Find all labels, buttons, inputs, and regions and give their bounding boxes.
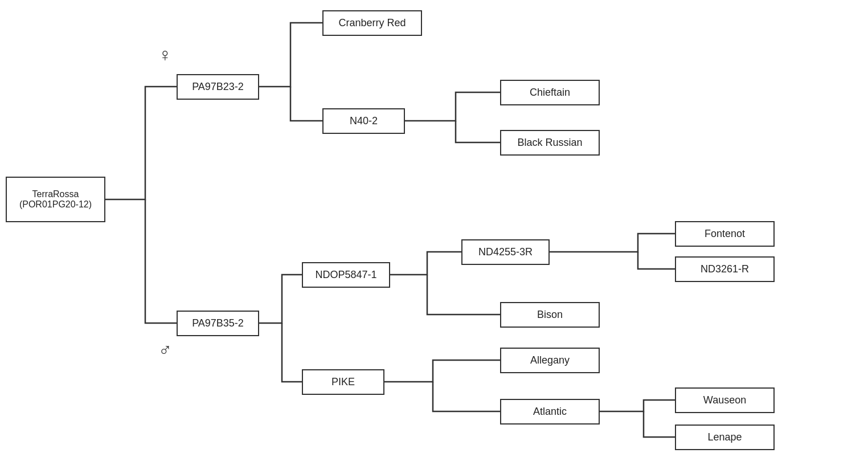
male-symbol: ♂ [158, 340, 172, 361]
atlantic-node: Atlantic [500, 399, 600, 425]
female-symbol: ♀ [158, 44, 172, 66]
pa97b23-2-node: PA97B23-2 [177, 74, 259, 100]
nd4255-3r-node: ND4255-3R [461, 239, 550, 265]
fontenot-node: Fontenot [675, 221, 775, 247]
wauseon-node: Wauseon [675, 387, 775, 413]
terra-rossa-node: TerraRossa(POR01PG20-12) [6, 177, 105, 222]
lenape-node: Lenape [675, 425, 775, 450]
pa97b35-2-node: PA97B35-2 [177, 311, 259, 336]
ndop5847-1-node: NDOP5847-1 [302, 262, 390, 288]
n40-2-node: N40-2 [322, 108, 405, 134]
nd3261-r-node: ND3261-R [675, 256, 775, 282]
allegany-node: Allegany [500, 348, 600, 373]
cranberry-red-node: Cranberry Red [322, 10, 422, 36]
pike-node: PIKE [302, 369, 384, 395]
black-russian-node: Black Russian [500, 130, 600, 156]
bison-node: Bison [500, 302, 600, 328]
chieftain-node: Chieftain [500, 80, 600, 105]
pedigree-diagram: TerraRossa(POR01PG20-12) PA97B23-2 PA97B… [0, 0, 868, 453]
